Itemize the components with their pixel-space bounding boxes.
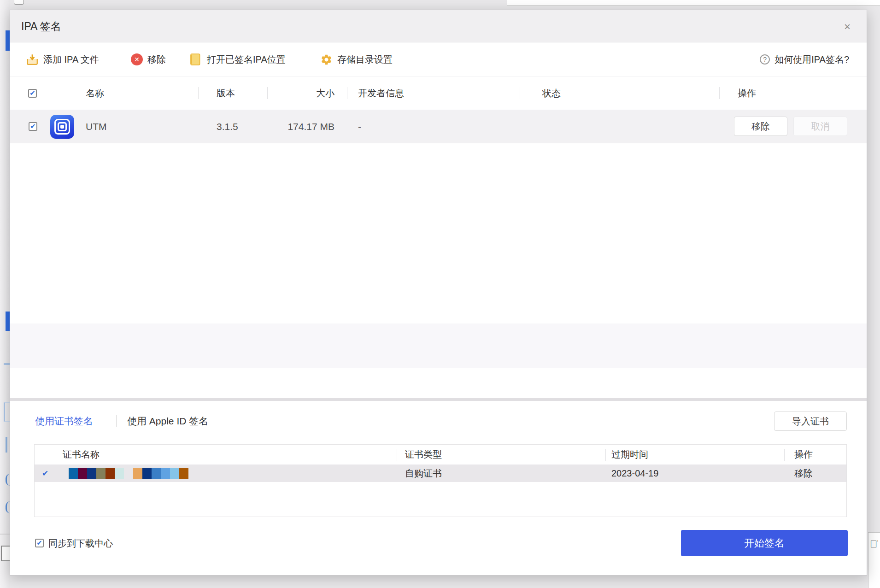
storage-settings-button[interactable]: 存储目录设置 — [320, 42, 393, 76]
col-developer: 开发者信息 — [358, 76, 404, 110]
dialog-toolbar: 添加 IPA 文件 ✕ 移除 打开已签名IPA位置 存储目录设置 — [10, 42, 867, 76]
col-status: 状态 — [542, 76, 561, 110]
import-certificate-button[interactable]: 导入证书 — [774, 412, 847, 431]
add-ipa-button[interactable]: 添加 IPA 文件 — [26, 42, 99, 76]
help-label: 如何使用IPA签名? — [774, 53, 849, 66]
cert-type: 自购证书 — [405, 465, 442, 482]
app-size: 174.17 MB — [268, 110, 334, 143]
section-divider — [10, 398, 867, 401]
utm-app-icon — [50, 110, 74, 143]
col-cert-expiry: 过期时间 — [611, 445, 648, 465]
background-icon-fragment — [4, 363, 10, 365]
ipa-table-header: ✔ 名称 版本 大小 开发者信息 状态 操作 — [10, 76, 867, 110]
background-window-panel — [507, 0, 880, 6]
gear-icon — [320, 53, 333, 66]
dialog-title: IPA 签名 — [21, 10, 61, 42]
help-circle-icon: ? — [760, 54, 770, 65]
row-checkbox[interactable]: ✔ — [29, 110, 37, 143]
sync-download-checkbox[interactable]: ✔ — [35, 539, 44, 547]
column-divider — [605, 449, 606, 461]
tab-sign-with-apple-id[interactable]: 使用 Apple ID 签名 — [127, 412, 208, 430]
col-size: 大小 — [268, 76, 334, 110]
sync-download-label: 同步到下载中心 — [48, 535, 113, 551]
row-remove-button[interactable]: 移除 — [734, 117, 787, 136]
col-name: 名称 — [86, 76, 104, 110]
open-signed-location-button[interactable]: 打开已签名IPA位置 — [190, 42, 286, 76]
help-link[interactable]: ? 如何使用IPA签名? — [760, 42, 849, 76]
empty-row-stripe — [10, 323, 867, 368]
close-icon[interactable]: × — [839, 18, 856, 35]
row-cancel-button: 取消 — [793, 117, 847, 136]
certificate-table-header: 证书名称 证书类型 过期时间 操作 — [35, 445, 846, 465]
cert-expiry: 2023-04-19 — [611, 465, 658, 482]
tab-divider — [116, 415, 117, 427]
folder-icon — [190, 53, 202, 66]
col-cert-action: 操作 — [794, 445, 813, 465]
remove-ipa-button[interactable]: ✕ 移除 — [131, 42, 166, 76]
remove-circle-icon: ✕ — [131, 53, 143, 65]
column-divider — [267, 87, 268, 99]
app-developer: - — [358, 110, 361, 143]
dialog-titlebar: IPA 签名 × — [10, 10, 867, 42]
app-version: 3.1.5 — [217, 110, 238, 143]
tab-sign-with-certificate[interactable]: 使用证书签名 — [35, 412, 93, 430]
ipa-sign-dialog: IPA 签名 × 添加 IPA 文件 ✕ 移除 打开已 — [10, 10, 867, 576]
cert-remove-link[interactable]: 移除 — [794, 465, 813, 482]
certificate-table: 证书名称 证书类型 过期时间 操作 ✔ 自购证书 2023-04-19 移除 — [34, 444, 847, 517]
col-cert-type: 证书类型 — [405, 445, 442, 465]
column-divider — [520, 87, 520, 99]
remove-label: 移除 — [147, 53, 166, 66]
open-signed-location-label: 打开已签名IPA位置 — [207, 53, 286, 66]
import-tray-icon — [26, 53, 39, 66]
col-action: 操作 — [738, 76, 756, 110]
background-icon-fragment — [6, 437, 7, 453]
start-signing-button[interactable]: 开始签名 — [681, 530, 848, 556]
col-cert-name: 证书名称 — [63, 445, 100, 465]
cert-name-redacted — [69, 465, 188, 482]
col-version: 版本 — [217, 76, 235, 110]
selected-check-icon: ✔ — [42, 465, 48, 482]
background-window-edge — [0, 0, 10, 588]
column-divider — [784, 449, 785, 461]
column-divider — [347, 87, 347, 99]
add-ipa-label: 添加 IPA 文件 — [43, 53, 99, 66]
select-all-checkbox[interactable]: ✔ — [28, 76, 37, 110]
column-divider — [397, 449, 397, 461]
background-button-fragment — [14, 0, 24, 5]
certificate-row[interactable]: ✔ 自购证书 2023-04-19 移除 — [35, 465, 846, 482]
ipa-table-row[interactable]: ✔ UTM 3.1.5 174.17 MB - 移除 取消 — [10, 110, 867, 143]
background-text-fragment: 千̃ — [870, 538, 878, 552]
column-divider — [198, 87, 199, 99]
storage-settings-label: 存储目录设置 — [337, 53, 393, 66]
app-name: UTM — [86, 110, 107, 143]
background-icon-fragment — [4, 402, 10, 422]
column-divider — [719, 87, 720, 99]
